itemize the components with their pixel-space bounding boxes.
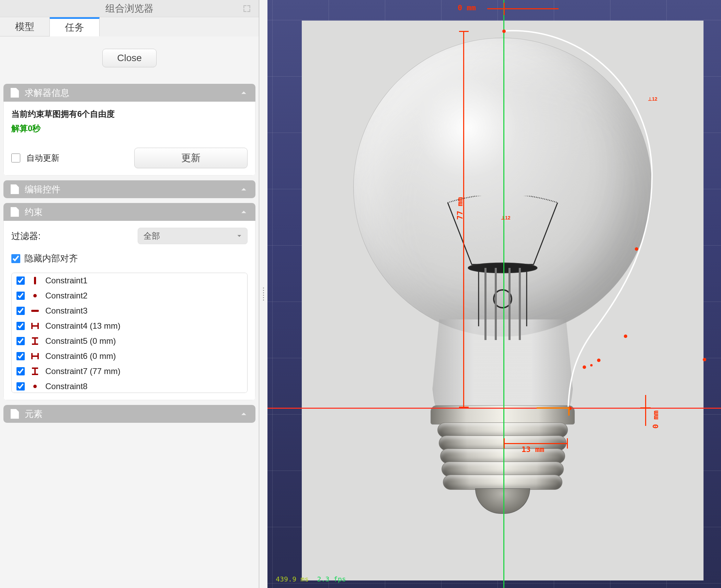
sketch-edge[interactable] xyxy=(568,407,570,416)
control-point[interactable] xyxy=(624,335,627,338)
constraint-checkbox[interactable] xyxy=(16,276,25,285)
tab-model[interactable]: 模型 xyxy=(0,17,50,36)
section-elements: 元素 xyxy=(3,405,255,423)
constraint-row[interactable]: Constraint3 xyxy=(12,303,247,318)
document-icon xyxy=(10,207,19,217)
tab-bar: 模型 任务 xyxy=(0,17,259,36)
solver-time-text: 解算0秒 xyxy=(11,123,248,134)
chevron-up-icon xyxy=(239,88,249,98)
constraint-row[interactable]: Constraint6 (0 mm) xyxy=(12,349,247,364)
constraint-label: Constraint6 (0 mm) xyxy=(45,351,116,361)
3d-viewport[interactable]: 0 mm 77 mm 13 mm 0 mm ⊥12 ⊥12 xyxy=(267,0,721,588)
splitter-handle[interactable] xyxy=(259,0,267,588)
constraint-row[interactable]: Constraint8 xyxy=(12,379,247,393)
solver-body: 当前约束草图拥有6个自由度 解算0秒 自动更新 更新 xyxy=(3,102,255,176)
constraint-label: Constraint8 xyxy=(45,382,88,391)
document-icon xyxy=(10,184,19,194)
section-header-elements[interactable]: 元素 xyxy=(3,405,255,423)
task-body: Close 求解器信息 当前约束草图拥有6个自由度 解算0秒 自动更新 更新 xyxy=(0,36,259,588)
sketch-edge[interactable] xyxy=(537,407,569,409)
dot-icon xyxy=(30,294,40,297)
constraint-label: Constraint1 xyxy=(45,276,88,285)
constraint-row[interactable]: Constraint4 (13 mm) xyxy=(12,318,247,333)
constraint-checkbox[interactable] xyxy=(16,292,25,300)
dot-icon xyxy=(30,385,40,388)
constraint-label: Constraint4 (13 mm) xyxy=(45,321,121,331)
dim-top: 0 mm xyxy=(458,3,476,12)
hdist-icon xyxy=(30,353,40,359)
hdist-icon xyxy=(30,323,40,329)
constraint-checkbox[interactable] xyxy=(16,382,25,391)
vdist-icon xyxy=(30,368,40,375)
control-point[interactable] xyxy=(583,365,586,369)
dim-vertical: 77 mm xyxy=(456,197,464,220)
constraint-list[interactable]: Constraint1Constraint2Constraint3Constra… xyxy=(11,273,248,393)
combo-view-panel: 组合浏览器 模型 任务 Close 求解器信息 当前约束草图拥有6个自由度 解算… xyxy=(0,0,259,588)
solver-dof-text: 当前约束草图拥有6个自由度 xyxy=(11,109,248,120)
section-header-edit[interactable]: 编辑控件 xyxy=(3,180,255,198)
filter-label: 过滤器: xyxy=(11,230,41,242)
tab-task[interactable]: 任务 xyxy=(50,17,100,36)
dim-horizontal: 13 mm xyxy=(522,445,544,454)
hbar-icon xyxy=(30,310,40,312)
vdist-icon xyxy=(30,337,40,345)
chevron-up-icon xyxy=(239,207,249,217)
section-header-constraints[interactable]: 约束 xyxy=(3,203,255,221)
constraint-checkbox[interactable] xyxy=(16,337,25,345)
constraint-row[interactable]: Constraint2 xyxy=(12,288,247,303)
section-constraints: 约束 过滤器: 全部 隐藏内部对齐 Constraint1Constraint2… xyxy=(3,203,255,400)
constraint-row[interactable]: Constraint1 xyxy=(12,273,247,288)
bspline-outline[interactable] xyxy=(504,30,662,416)
constraint-checkbox[interactable] xyxy=(16,322,25,330)
constraint-label: Constraint3 xyxy=(45,306,88,316)
section-solver: 求解器信息 当前约束草图拥有6个自由度 解算0秒 自动更新 更新 xyxy=(3,84,255,176)
hide-internal-label: 隐藏内部对齐 xyxy=(24,252,78,264)
filter-combo[interactable]: 全部 xyxy=(138,228,248,244)
panel-title-bar: 组合浏览器 xyxy=(0,0,259,17)
constraints-body: 过滤器: 全部 隐藏内部对齐 Constraint1Constraint2Con… xyxy=(3,221,255,400)
panel-title: 组合浏览器 xyxy=(105,2,153,15)
auto-update-checkbox[interactable] xyxy=(11,154,20,162)
auto-update-label: 自动更新 xyxy=(26,152,59,163)
constraint-label: Constraint2 xyxy=(45,291,88,301)
viewport-status: 439.9 ms 2.3 fps xyxy=(276,575,346,583)
control-point[interactable] xyxy=(597,359,600,362)
constraint-row[interactable]: Constraint7 (77 mm) xyxy=(12,364,247,379)
chevron-up-icon xyxy=(239,409,249,419)
control-point[interactable] xyxy=(635,247,638,251)
constraint-row[interactable]: Constraint5 (0 mm) xyxy=(12,333,247,349)
section-header-solver[interactable]: 求解器信息 xyxy=(3,84,255,102)
constraint-checkbox[interactable] xyxy=(16,307,25,315)
hide-internal-checkbox[interactable] xyxy=(11,254,20,263)
control-point[interactable] xyxy=(502,30,506,33)
chevron-down-icon xyxy=(236,232,243,240)
constraint-label: Constraint7 (77 mm) xyxy=(45,366,121,376)
update-button[interactable]: 更新 xyxy=(134,148,248,168)
constraint-checkbox[interactable] xyxy=(16,367,25,375)
document-icon xyxy=(10,88,19,98)
chevron-up-icon xyxy=(239,184,249,194)
control-point[interactable] xyxy=(703,358,706,361)
sketch-overlay: 0 mm 77 mm 13 mm 0 mm ⊥12 ⊥12 xyxy=(267,0,721,588)
constraint-label: Constraint5 (0 mm) xyxy=(45,336,116,346)
constraint-checkbox[interactable] xyxy=(16,352,25,360)
control-point[interactable] xyxy=(590,364,593,366)
vbar-icon xyxy=(30,277,40,284)
undock-icon[interactable] xyxy=(242,4,251,13)
section-edit-controls: 编辑控件 xyxy=(3,180,255,198)
document-icon xyxy=(10,409,19,419)
close-button[interactable]: Close xyxy=(102,49,157,67)
